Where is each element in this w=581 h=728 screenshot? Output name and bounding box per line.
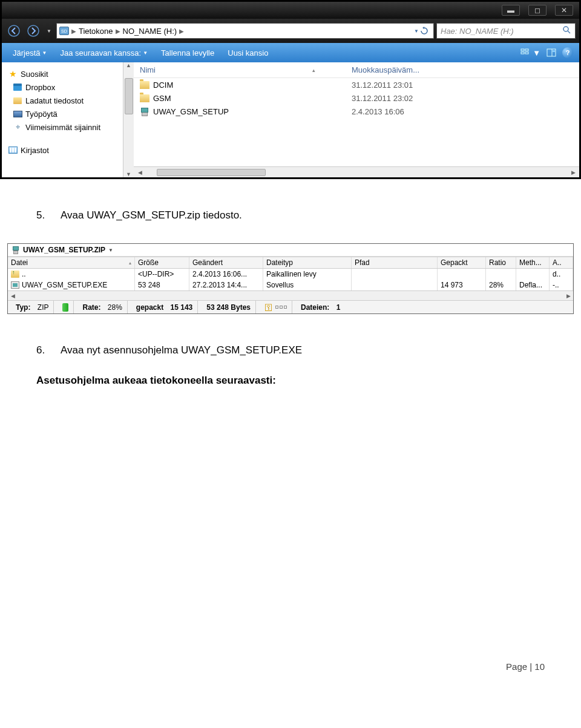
status-files: Dateien: 1 [296,301,345,313]
sidebar-item-label: Viimeisimmät sijainnit [25,123,100,132]
chevron-right-icon[interactable]: ▶ [71,28,76,34]
sidebar-item-label: Työpöytä [25,110,57,119]
zip-file-ratio: 28% [486,280,516,290]
col-size[interactable]: Größe [135,257,189,268]
breadcrumb-segment[interactable]: Tietokone [79,27,113,36]
close-button[interactable]: ✕ [555,5,573,16]
file-row[interactable]: GSM 31.12.2011 23:02 [134,91,579,105]
file-row[interactable]: DCIM 31.12.2011 23:01 [134,78,579,91]
status-compression [57,301,74,313]
help-button[interactable]: ? [562,47,573,58]
zip-column-headers: Datei▴ Größe Geändert Dateityp Pfad Gepa… [8,257,573,269]
file-row[interactable]: UWAY_GSM_SETUP 2.4.2013 16:06 [134,105,579,118]
sidebar-item-recent[interactable]: ⌖ Viimeisimmät sijainnit [8,120,123,134]
status-rate: Rate: 28% [77,301,127,313]
search-icon[interactable] [563,26,571,36]
file-date: 31.12.2011 23:02 [352,94,579,103]
forward-button[interactable] [25,23,42,39]
sidebar-item-downloads[interactable]: Ladatut tiedostot [8,94,123,107]
zip-file-path [352,280,438,290]
file-date: 2.4.2013 16:06 [352,107,579,116]
status-packed: gepackt 15 143 [131,301,198,313]
zip-viewer: UWAY_GSM_SETUP.ZIP ▼ Datei▴ Größe Geände… [7,243,574,314]
drive-icon: SD [59,27,69,35]
col-modified[interactable]: Muokkauspäiväm... [352,65,579,74]
zip-row-updir[interactable]: .. <UP--DIR> 2.4.2013 16:06... Paikallin… [8,269,573,280]
col-name[interactable]: Nimi▴ [134,65,352,74]
chevron-down-icon[interactable]: ▼ [108,248,113,253]
maximize-button[interactable]: ◻ [528,5,547,16]
zip-file-meth [516,269,550,280]
zip-file-date: 27.2.2013 14:4... [189,280,263,290]
tree-scrollbar[interactable]: ▲ ▼ [123,62,134,177]
zip-file-name: UWAY_GSM_SETUP.EXE [22,281,107,289]
zip-file-size: <UP--DIR> [135,269,189,280]
zip-title: UWAY_GSM_SETUP.ZIP [23,246,105,254]
sidebar-item-label: Suosikit [21,70,48,79]
document-body: 5. Avaa UWAY_GSM_SETUP.zip tiedosto. [0,179,581,243]
sidebar-item-label: Dropbox [25,83,55,92]
zip-file-path [352,269,438,280]
file-name: DCIM [153,80,173,90]
sidebar-group-favorites[interactable]: ★ Suosikit [8,67,123,80]
file-name: GSM [153,94,171,103]
burn-button[interactable]: Tallenna levylle [156,47,219,59]
col-type[interactable]: Dateityp [263,257,352,268]
zip-file-ratio [486,269,516,280]
sidebar-item-dropbox[interactable]: Dropbox [8,80,123,94]
scrollbar-thumb[interactable] [157,169,266,176]
chevron-down-icon: ▼ [533,48,540,57]
zip-file-attr: -.. [550,280,573,290]
sidebar-item-label: Ladatut tiedostot [25,96,84,105]
col-meth[interactable]: Meth... [516,257,550,268]
scrollbar-thumb[interactable] [125,78,133,114]
back-button[interactable] [5,23,22,39]
svg-point-2 [563,27,568,31]
col-file[interactable]: Datei▴ [8,257,135,268]
svg-rect-7 [525,52,528,54]
svg-rect-10 [553,50,555,52]
svg-rect-8 [547,49,556,56]
minimize-button[interactable]: ▬ [502,5,520,16]
setup-icon [140,107,149,116]
zip-title-bar[interactable]: UWAY_GSM_SETUP.ZIP ▼ [8,244,573,257]
step-6: 6. Avaa nyt asennusohjelma UWAY_GSM_SETU… [36,344,545,356]
zip-file-name: .. [22,270,26,278]
col-packed[interactable]: Gepackt [438,257,486,268]
explorer-body: ★ Suosikit Dropbox Ladatut tiedostot Työ… [2,62,579,177]
new-folder-button[interactable]: Uusi kansio [223,47,273,59]
sidebar-item-desktop[interactable]: Työpöytä [8,107,123,120]
folder-icon [140,81,149,89]
col-attr[interactable]: A.. [550,257,573,268]
dropbox-icon [13,82,22,92]
history-dropdown-icon[interactable]: ▼ [44,28,54,34]
file-hscrollbar[interactable]: ◀ ▶ [134,166,579,177]
svg-point-1 [28,25,39,36]
step-number: 6. [36,344,54,356]
sidebar-group-libraries[interactable]: Kirjastot [8,143,123,157]
organize-button[interactable]: Järjestä▼ [8,47,51,59]
zip-row-file[interactable]: UWAY_GSM_SETUP.EXE 53 248 27.2.2013 14:4… [8,280,573,290]
zip-hscrollbar[interactable]: ◀▶ [8,290,573,300]
preview-pane-button[interactable] [544,46,559,59]
step-number: 5. [36,209,54,221]
view-tiny-icon [275,306,287,309]
share-button[interactable]: Jaa seuraavan kanssa:▼ [55,47,153,59]
breadcrumb[interactable]: SD ▶ Tietokone ▶ NO_NAME (H:) ▶ ▼ [56,23,434,39]
chevron-right-icon[interactable]: ▶ [116,28,120,34]
chevron-right-icon[interactable]: ▶ [179,28,184,34]
window-titlebar: ▬ ◻ ✕ [2,2,579,19]
search-input[interactable]: Hae: NO_NAME (H:) [436,23,576,39]
compression-icon [62,303,68,312]
col-ratio[interactable]: Ratio [486,257,516,268]
libraries-icon [8,145,18,155]
view-button[interactable]: ▼ [520,48,540,57]
zip-status-bar: Typ: ZIP Rate: 28% gepackt 15 143 53 248… [8,300,573,313]
col-path[interactable]: Pfad [352,257,438,268]
refresh-icon[interactable]: ▼ [413,27,431,35]
command-bar: Järjestä▼ Jaa seuraavan kanssa:▼ Tallenn… [2,43,579,62]
col-changed[interactable]: Geändert [189,257,263,268]
explorer-window: ▬ ◻ ✕ ▼ SD ▶ Tietokone ▶ NO_NAME (H:) ▶ … [0,0,581,179]
column-headers: Nimi▴ Muokkauspäiväm... [134,62,579,78]
breadcrumb-segment[interactable]: NO_NAME (H:) [123,27,177,36]
